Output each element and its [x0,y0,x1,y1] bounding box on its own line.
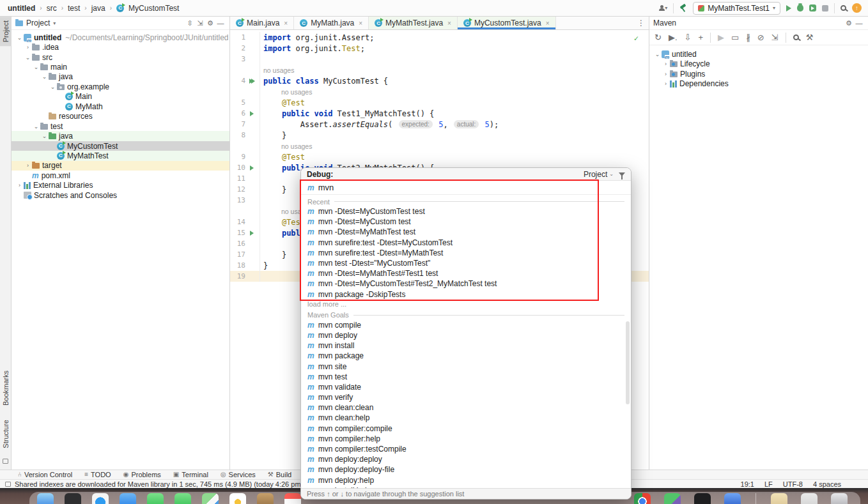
project-item-java[interactable]: ⌄java [12,72,229,82]
filter-funnel-icon[interactable] [619,172,625,176]
project-item-src[interactable]: ⌄src [12,52,229,62]
dock-notes[interactable] [257,493,274,504]
maven-goal-item[interactable]: mmvn deploy:help [301,475,631,485]
usages-inlay-hint[interactable]: no usages [281,88,312,96]
dock-documents[interactable] [801,493,818,504]
run-gutter-icon[interactable] [245,165,258,171]
recent-command-item[interactable]: mmvn -Dtest=MyMathTest#Test1 test [301,268,631,279]
recent-command-item[interactable]: mmvn package -DskipTests [301,289,631,300]
tab-mycustomtest-java[interactable]: CMyCustomTest.java× [458,17,556,29]
run-configuration-combo[interactable]: MyMathTest.Test1 ▾ [693,2,780,15]
recent-command-item[interactable]: mmvn surefire:test -Dtest=MyMathTest [301,248,631,258]
recent-command-item[interactable]: mmvn surefire:test -Dtest=MyCustomTest [301,238,631,248]
chevron-down-icon[interactable]: ▾ [53,20,56,26]
toolwindow-button-structure[interactable]: Structure [2,416,10,452]
tree-chevron-icon[interactable]: › [24,162,32,169]
maven-goal-item[interactable]: mmvn install [301,340,631,351]
project-item-scratches-and-consoles[interactable]: Scratches and Consoles [12,190,229,200]
maven-settings-icon[interactable]: ⚒ [806,33,814,42]
dock-launchpad[interactable] [65,493,81,504]
command-input[interactable]: m mvn [301,181,631,195]
dock-app-blue[interactable] [724,493,741,504]
collapse-all-icon[interactable]: ⇲ [771,33,779,42]
project-item-main[interactable]: CMain [12,92,229,102]
toolwindow-button-problems[interactable]: ◉Problems [123,471,161,478]
tree-chevron-icon[interactable]: ⌄ [49,84,57,90]
dock-trash[interactable] [831,493,848,504]
code-line-7[interactable]: 7 Assert.assertEquals( expected: 5, actu… [230,119,649,130]
maven-item-untitled[interactable]: ⌄untitled [649,49,868,59]
offline-icon[interactable]: ⊘ [757,33,764,42]
project-item-mycustomtest[interactable]: CMyCustomTest [12,141,229,151]
hide-panel-icon[interactable]: — [215,19,226,27]
tree-chevron-icon[interactable]: › [662,71,670,77]
dock-messages[interactable] [174,493,191,504]
code-line-inlay[interactable]: no usages [230,86,649,97]
usages-inlay-hint[interactable]: no usages [281,142,312,150]
toolwindow-switcher-icon[interactable] [3,459,8,464]
maven-goal-item[interactable]: mmvn clean:help [301,413,631,423]
caret-position[interactable]: 19:1 [741,480,754,488]
recent-command-item[interactable]: mmvn -Dtest=MyCustomTest#Test2_MyMatchTe… [301,279,631,289]
tree-chevron-icon[interactable]: ⌄ [24,54,32,61]
tab-list-more-icon[interactable]: ⋮ [637,19,645,27]
run-button[interactable] [786,5,791,11]
project-item-test[interactable]: ⌄test [12,121,229,131]
tree-chevron-icon[interactable]: ⌄ [653,51,662,57]
code-line-3[interactable]: 3 [230,54,649,65]
code-line-5[interactable]: 5 @Test [230,97,649,108]
toolwindow-button-build[interactable]: ⚒Build [268,471,291,478]
search-goal-icon[interactable] [793,34,799,40]
breadcrumb-item-java[interactable]: java [91,4,105,13]
toolwindow-button-project[interactable]: Project [0,17,12,46]
project-item-mymath[interactable]: CMyMath [12,102,229,111]
project-item-untitled[interactable]: ⌄untitled~/Documents/Learning/Springboot… [12,33,229,42]
maven-goal-item[interactable]: mmvn deploy:deploy-file [301,464,631,475]
recent-command-item[interactable]: mmvn -Dtest=MyCustom test [301,217,631,227]
toolwindow-button-services[interactable]: ◎Services [221,471,256,478]
code-line-1[interactable]: 1import org.junit.Assert; [230,32,649,43]
maven-goal-item[interactable]: mmvn verify [301,392,631,402]
coverage-button[interactable] [809,4,816,11]
tree-chevron-icon[interactable]: ⌄ [32,123,40,130]
project-item-mymathtest[interactable]: CMyMathTest [12,151,229,160]
code-line-4[interactable]: 4public class MyCustomTest { [230,75,649,86]
maven-goal-item[interactable]: mmvn compile [301,320,631,330]
run-gutter-icon[interactable] [245,111,258,116]
breadcrumb-item-src[interactable]: src [47,4,57,13]
line-ending[interactable]: LF [764,480,773,488]
tree-chevron-icon[interactable]: › [15,182,24,188]
open-terminal-icon[interactable]: ▭ [731,33,739,42]
download-sources-icon[interactable]: ⇩ [685,33,692,42]
tab-close-icon[interactable]: × [447,20,451,27]
dock-chrome[interactable] [634,493,651,504]
popup-scrollbar[interactable] [626,321,630,404]
toolwindow-button-todo[interactable]: ≡TODO [84,471,111,478]
encoding[interactable]: UTF-8 [783,480,803,488]
tab-main-java[interactable]: CMain.java× [230,17,294,29]
code-line-9[interactable]: 9 @Test [230,151,649,162]
run-gutter-icon[interactable] [245,231,258,236]
tab-mymathtest-java[interactable]: CMyMathTest.java× [369,17,458,29]
toolwindow-button-version-control[interactable]: ⑃Version Control [18,471,72,478]
collapse-all-icon[interactable]: ⇲ [195,19,205,27]
breadcrumb-item-MyCustomTest[interactable]: MyCustomTest [128,4,179,13]
project-item-target[interactable]: ›target [12,161,229,171]
dock-mail[interactable] [120,493,136,504]
dock-photos[interactable] [229,493,246,504]
toolwindow-button-terminal[interactable]: ▣Terminal [173,471,208,478]
dock-calendar[interactable] [284,493,301,504]
run-gutter-icon[interactable] [245,79,258,84]
dock-maps[interactable] [202,493,219,504]
maven-item-dependencies[interactable]: ›Dependencies [649,79,868,88]
options-gear-icon[interactable]: ⚙ [205,19,215,27]
code-line-8[interactable]: 8 } [230,130,649,141]
maven-goal-item[interactable]: mmvn site [301,361,631,371]
code-line-inlay[interactable]: no usages [230,65,649,75]
breadcrumb-item-test[interactable]: test [68,4,80,13]
maven-goal-item[interactable]: mmvn deploy [301,330,631,340]
tab-mymath-java[interactable]: CMyMath.java× [294,17,369,29]
dock-intellij[interactable] [694,493,711,504]
tree-chevron-icon[interactable]: › [24,44,32,50]
tab-close-icon[interactable]: × [359,20,362,27]
